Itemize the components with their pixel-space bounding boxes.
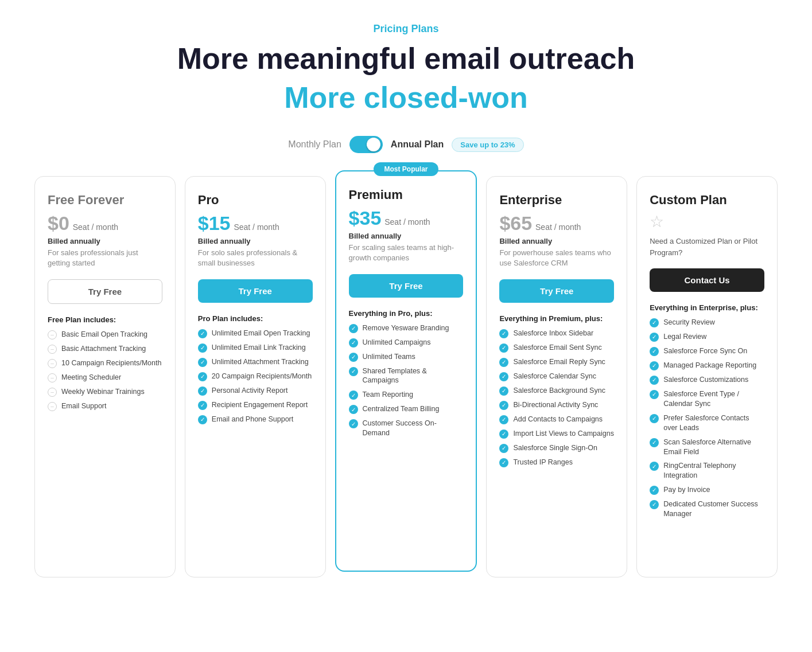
- feature-text-custom-6: Prefer Salesforce Contacts over Leads: [663, 413, 764, 433]
- feature-icon-free-2: –: [48, 359, 57, 368]
- feature-icon-custom-4: ✓: [650, 376, 659, 385]
- feature-icon-custom-5: ✓: [650, 390, 659, 399]
- feature-text-free-3: Meeting Scheduler: [61, 373, 121, 382]
- feature-item: ✓ Unlimited Campaigns: [349, 338, 464, 348]
- plan-name-enterprise: Enterprise: [499, 193, 614, 208]
- feature-icon-enterprise-0: ✓: [499, 329, 508, 338]
- feature-text-custom-0: Security Review: [663, 318, 715, 327]
- feature-text-enterprise-9: Trusted IP Ranges: [513, 458, 573, 467]
- monthly-label: Monthly Plan: [288, 139, 341, 150]
- feature-text-free-1: Basic Attachment Tracking: [61, 344, 146, 354]
- save-badge: Save up to 23%: [452, 138, 523, 152]
- plan-card-free: Free Forever$0 Seat / monthBilled annual…: [34, 176, 176, 577]
- feature-icon-custom-9: ✓: [650, 486, 659, 495]
- cta-button-enterprise[interactable]: Try Free: [499, 279, 614, 303]
- feature-item: ✓ Unlimited Email Link Tracking: [198, 343, 313, 353]
- toggle-knob: [367, 138, 380, 151]
- features-title-free: Free Plan includes:: [48, 315, 162, 324]
- pricing-label: Pricing Plans: [34, 23, 778, 35]
- features-title-pro: Pro Plan includes:: [198, 314, 313, 323]
- feature-icon-custom-3: ✓: [650, 361, 659, 370]
- feature-item: ✓ Unlimited Email Open Tracking: [198, 329, 313, 338]
- feature-item: ✓ Remove Yesware Branding: [349, 323, 464, 333]
- cta-button-free[interactable]: Try Free: [48, 279, 162, 304]
- feature-text-enterprise-7: Import List Views to Campaigns: [513, 429, 614, 439]
- feature-text-free-0: Basic Email Open Tracking: [61, 330, 147, 339]
- feature-icon-pro-5: ✓: [198, 401, 207, 410]
- feature-text-pro-1: Unlimited Email Link Tracking: [212, 343, 306, 353]
- plan-name-free: Free Forever: [48, 193, 162, 208]
- feature-item: ✓ Unlimited Teams: [349, 352, 464, 362]
- feature-text-premium-0: Remove Yesware Branding: [363, 323, 449, 333]
- plan-desc-pro: For solo sales professionals & small bus…: [198, 248, 313, 268]
- feature-text-custom-2: Salesforce Force Sync On: [663, 346, 747, 356]
- feature-text-free-5: Email Support: [61, 401, 107, 411]
- feature-icon-pro-0: ✓: [198, 329, 207, 338]
- plan-billing-enterprise: Billed annually: [499, 237, 614, 245]
- feature-item: ✓ Salesforce Single Sign-On: [499, 443, 614, 453]
- plan-card-premium: Most PopularPremium$35 Seat / monthBille…: [335, 170, 477, 572]
- feature-text-pro-6: Email and Phone Support: [212, 415, 293, 424]
- feature-icon-enterprise-2: ✓: [499, 358, 508, 367]
- feature-icon-enterprise-1: ✓: [499, 343, 508, 353]
- feature-icon-enterprise-3: ✓: [499, 372, 508, 381]
- features-title-custom: Everything in Enterprise, plus:: [650, 303, 764, 312]
- cta-button-custom[interactable]: Contact Us: [650, 268, 764, 292]
- feature-text-free-4: Weekly Webinar Trainings: [61, 387, 145, 397]
- feature-text-enterprise-3: Salesforce Calendar Sync: [513, 372, 596, 381]
- feature-item: ✓ Scan Salesforce Alternative Email Fiel…: [650, 438, 764, 457]
- feature-icon-pro-6: ✓: [198, 415, 207, 424]
- cta-button-pro[interactable]: Try Free: [198, 279, 313, 303]
- feature-text-custom-10: Dedicated Customer Success Manager: [663, 499, 764, 519]
- feature-item: ✓ Salesforce Force Sync On: [650, 346, 764, 356]
- feature-list-custom: ✓ Security Review ✓ Legal Review ✓ Sales…: [650, 318, 764, 519]
- feature-text-premium-6: Customer Success On-Demand: [363, 419, 464, 438]
- billing-toggle-switch[interactable]: [349, 136, 383, 153]
- feature-icon-custom-6: ✓: [650, 414, 659, 423]
- feature-icon-free-4: –: [48, 388, 57, 397]
- feature-list-enterprise: ✓ Salesforce Inbox Sidebar ✓ Salesforce …: [499, 329, 614, 467]
- plan-billing-pro: Billed annually: [198, 237, 313, 245]
- feature-icon-premium-6: ✓: [349, 419, 358, 428]
- feature-item: ✓ Recipient Engagement Report: [198, 400, 313, 410]
- feature-item: ✓ Shared Templates & Campaigns: [349, 366, 464, 386]
- cta-button-premium[interactable]: Try Free: [349, 274, 464, 298]
- feature-item: ✓ Security Review: [650, 318, 764, 327]
- feature-item: ✓ Centralized Team Billing: [349, 404, 464, 414]
- feature-text-pro-5: Recipient Engagement Report: [212, 400, 308, 410]
- feature-item: ✓ Customer Success On-Demand: [349, 419, 464, 438]
- feature-text-enterprise-5: Bi-Directional Activity Sync: [513, 400, 598, 410]
- plan-card-pro: Pro$15 Seat / monthBilled annuallyFor so…: [185, 176, 326, 577]
- page-wrapper: Pricing Plans More meaningful email outr…: [0, 0, 812, 612]
- feature-icon-premium-4: ✓: [349, 391, 358, 400]
- plan-desc-premium: For scaling sales teams at high-growth c…: [349, 243, 464, 263]
- feature-item: ✓ Salesforce Background Sync: [499, 386, 614, 396]
- feature-text-custom-7: Scan Salesforce Alternative Email Field: [663, 438, 764, 457]
- plan-name-pro: Pro: [198, 193, 313, 208]
- feature-text-pro-3: 20 Campaign Recipients/Month: [212, 372, 312, 381]
- feature-text-pro-4: Personal Activity Report: [212, 386, 288, 396]
- feature-text-premium-1: Unlimited Campaigns: [363, 338, 431, 348]
- feature-icon-enterprise-6: ✓: [499, 415, 508, 424]
- feature-icon-enterprise-8: ✓: [499, 444, 508, 453]
- feature-item: ✓ Team Reporting: [349, 390, 464, 400]
- features-title-premium: Everything in Pro, plus:: [349, 309, 464, 318]
- plan-desc-free: For sales professionals just getting sta…: [48, 248, 162, 268]
- feature-item: ✓ Salesforce Calendar Sync: [499, 372, 614, 381]
- plan-price-unit-pro: Seat / month: [232, 222, 279, 232]
- feature-item: ✓ Managed Package Reporting: [650, 361, 764, 370]
- feature-icon-free-1: –: [48, 345, 57, 354]
- feature-text-enterprise-4: Salesforce Background Sync: [513, 386, 605, 396]
- plan-name-custom: Custom Plan: [650, 193, 764, 208]
- feature-text-enterprise-0: Salesforce Inbox Sidebar: [513, 329, 593, 338]
- feature-text-custom-8: RingCentral Telephony Integration: [663, 461, 764, 481]
- feature-text-free-2: 10 Campaign Recipients/Month: [61, 358, 161, 368]
- feature-text-premium-5: Centralized Team Billing: [363, 404, 440, 414]
- feature-item: ✓ RingCentral Telephony Integration: [650, 461, 764, 481]
- feature-list-free: – Basic Email Open Tracking – Basic Atta…: [48, 330, 162, 411]
- plan-name-premium: Premium: [349, 188, 464, 202]
- feature-text-premium-3: Shared Templates & Campaigns: [363, 366, 464, 386]
- feature-icon-premium-2: ✓: [349, 353, 358, 362]
- feature-item: ✓ Import List Views to Campaigns: [499, 429, 614, 439]
- feature-item: ✓ Salesforce Email Sent Sync: [499, 343, 614, 353]
